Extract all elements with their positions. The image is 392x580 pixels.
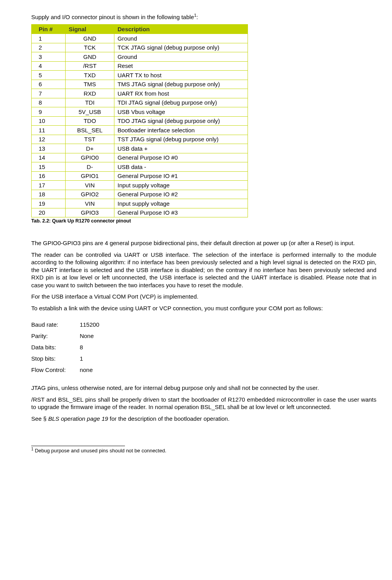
table-row: 4/RSTReset [32,61,248,71]
cell-signal: VIN [66,199,114,208]
cell-description: Bootloader interface selection [114,126,248,135]
table-row: 11BSL_SELBootloader interface selection [32,126,248,135]
paragraph-interface-selection: The reader can be controlled via UART or… [31,251,376,289]
cell-pin: 4 [32,61,66,71]
cell-pin: 12 [32,135,66,144]
paragraph-vcp: For the USB interface a Virtual COM Port… [31,293,376,301]
paragraph-see-bls: See § BLS operation page 19 for the desc… [31,415,376,423]
cell-pin: 9 [32,107,66,117]
cell-description: USB data - [114,162,248,172]
footnote-text: Debug purpose and unused pins should not… [34,448,166,454]
intro-text-prefix: Supply and I/O connector pinout is shown… [31,14,194,20]
cell-pin: 19 [32,199,66,208]
table-row: 1GNDGround [32,34,248,43]
cell-signal: 5V_USB [66,107,114,117]
paragraph-rst-bslsel: /RST and BSL_SEL pins shall be properly … [31,396,376,411]
com-baud-row: Baud rate: 115200 [31,321,376,328]
cell-pin: 16 [32,171,66,181]
com-stopbits-label: Stop bits: [31,355,78,362]
cell-signal: GND [66,52,114,62]
cell-signal: GPIO2 [66,190,114,199]
table-row: 19VINInput supply voltage [32,199,248,208]
cell-signal: BSL_SEL [66,126,114,135]
cell-pin: 18 [32,190,66,199]
cell-pin: 20 [32,208,66,217]
com-flow-value: none [80,367,93,373]
table-row: 5TXDUART TX to host [32,71,248,80]
cell-signal: D- [66,162,114,172]
com-stopbits-row: Stop bits: 1 [31,355,376,362]
cell-signal: TDO [66,116,114,126]
cell-pin: 14 [32,153,66,162]
cell-pin: 3 [32,52,66,62]
cell-description: UART TX to host [114,71,248,80]
cell-description: UART RX from host [114,89,248,98]
cell-description: TMS JTAG signal (debug purpose only) [114,80,248,89]
cell-pin: 11 [32,126,66,135]
com-flow-label: Flow Control: [31,367,78,373]
table-row: 20GPIO3General Purpose IO #3 [32,208,248,217]
cell-description: USB Vbus voltage [114,107,248,117]
intro-text-suffix: : [196,14,198,20]
com-baud-label: Baud rate: [31,321,78,328]
th-description: Description [114,25,248,34]
cell-signal: TXD [66,71,114,80]
th-signal: Signal [66,25,114,34]
table-row: 2TCKTCK JTAG signal (debug purpose only) [32,43,248,52]
table-row: 95V_USBUSB Vbus voltage [32,107,248,117]
cell-description: Reset [114,61,248,71]
cell-pin: 15 [32,162,66,172]
cell-pin: 13 [32,144,66,153]
cell-description: Input supply voltage [114,181,248,190]
cell-pin: 5 [32,71,66,80]
see-bls-suffix: for the description of the bootloader op… [108,415,230,422]
cell-pin: 2 [32,43,66,52]
com-databits-value: 8 [80,344,83,350]
intro-line: Supply and I/O connector pinout is shown… [31,13,376,20]
table-row: 17VINInput supply voltage [32,181,248,190]
table-row: 7RXDUART RX from host [32,89,248,98]
cell-description: USB data + [114,144,248,153]
table-row: 13D+USB data + [32,144,248,153]
table-row: 14GPIO0General Purpose IO #0 [32,153,248,162]
com-parity-row: Parity: None [31,333,376,339]
com-databits-label: Data bits: [31,344,78,350]
com-parity-value: None [80,333,94,339]
cell-description: TCK JTAG signal (debug purpose only) [114,43,248,52]
com-stopbits-value: 1 [80,355,83,362]
com-port-settings: Baud rate: 115200 Parity: None Data bits… [31,321,376,373]
table-row: 3GNDGround [32,52,248,62]
table-row: 16GPIO1General Purpose IO #1 [32,171,248,181]
cell-pin: 8 [32,98,66,107]
com-parity-label: Parity: [31,333,78,339]
footnote-separator [31,446,125,446]
table-row: 18GPIO2General Purpose IO #2 [32,190,248,199]
cell-signal: D+ [66,144,114,153]
cell-pin: 1 [32,34,66,43]
cell-signal: GPIO3 [66,208,114,217]
cell-description: TDO JTAG signal (debug purpose only) [114,116,248,126]
cell-signal: GPIO0 [66,153,114,162]
table-row: 12TSTTST JTAG signal (debug purpose only… [32,135,248,144]
cell-signal: TDI [66,98,114,107]
com-databits-row: Data bits: 8 [31,344,376,350]
cell-description: General Purpose IO #0 [114,153,248,162]
cell-signal: GPIO1 [66,171,114,181]
table-row: 15D-USB data - [32,162,248,172]
th-pin: Pin # [32,25,66,34]
cell-signal: /RST [66,61,114,71]
cell-signal: GND [66,34,114,43]
table-header-row: Pin # Signal Description [32,25,248,34]
cell-description: TST JTAG signal (debug purpose only) [114,135,248,144]
paragraph-jtag: JTAG pins, unless otherwise noted, are f… [31,384,376,392]
com-baud-value: 115200 [80,321,99,328]
cell-pin: 10 [32,116,66,126]
cell-description: General Purpose IO #1 [114,171,248,181]
cell-pin: 6 [32,80,66,89]
pinout-table: Pin # Signal Description 1GNDGround2TCKT… [31,24,248,217]
cell-pin: 7 [32,89,66,98]
paragraph-gpio: The GPIO0-GPIO3 pins are 4 general purpo… [31,239,376,247]
cell-description: TDI JTAG signal (debug purpose only) [114,98,248,107]
cell-description: General Purpose IO #3 [114,208,248,217]
cell-signal: TCK [66,43,114,52]
